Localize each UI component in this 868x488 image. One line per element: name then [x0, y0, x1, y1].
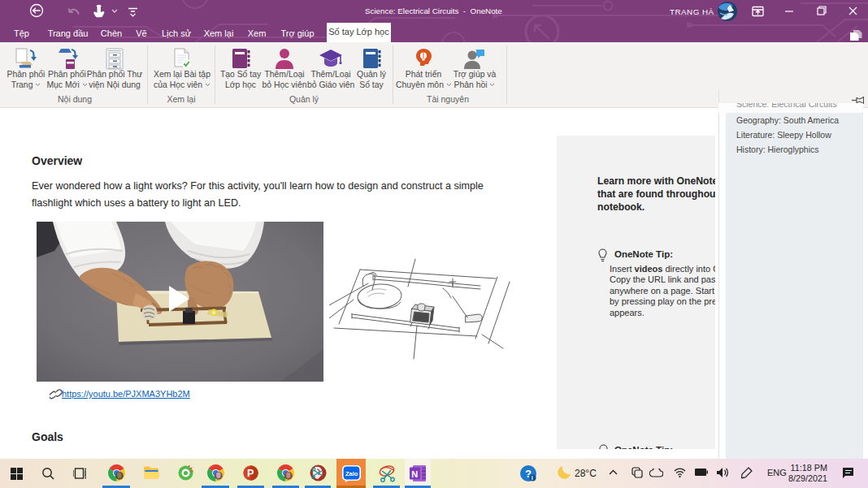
svg-text:i: i — [532, 474, 533, 482]
svg-text:P: P — [247, 468, 254, 479]
svg-text:Zalo: Zalo — [345, 470, 358, 477]
svg-text:N: N — [411, 469, 418, 479]
